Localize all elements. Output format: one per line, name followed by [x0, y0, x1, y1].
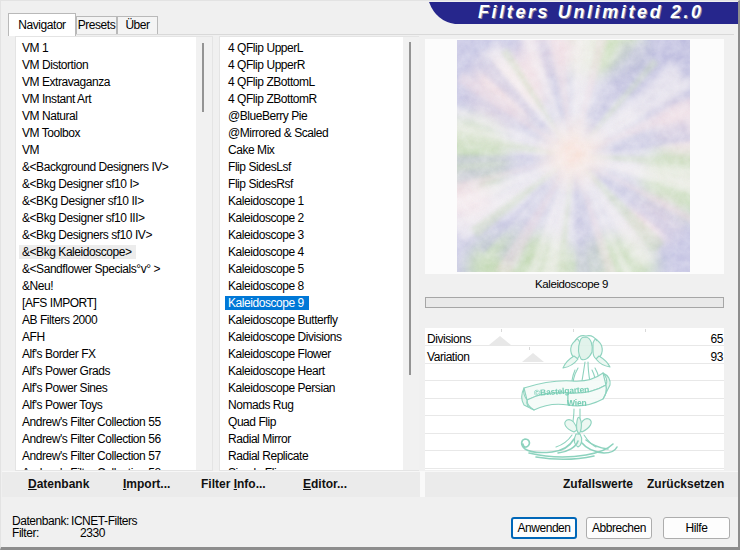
- svg-text:Wien: Wien: [567, 398, 586, 408]
